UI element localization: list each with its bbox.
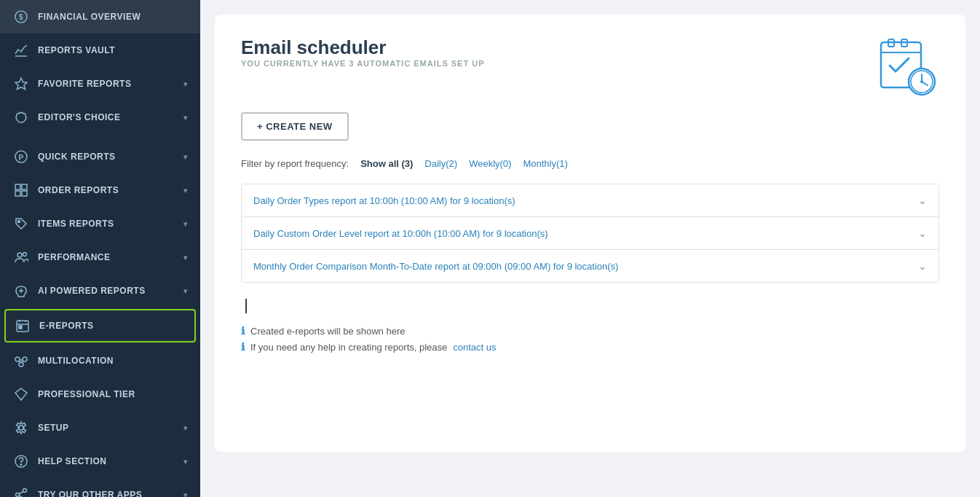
svg-rect-9 [22, 191, 27, 196]
svg-point-10 [18, 221, 20, 223]
sidebar-item-label: AI Powered Reports [38, 286, 146, 296]
filter-monthly[interactable]: Monthly(1) [523, 158, 567, 169]
filter-show-all[interactable]: Show all (3) [360, 158, 413, 169]
filter-row: Filter by report frequency: Show all (3)… [241, 158, 939, 169]
svg-point-30 [23, 489, 27, 493]
sidebar-item-try-other-apps[interactable]: Try Our Other Apps ▾ [0, 478, 200, 497]
chevron-down-icon: ⌄ [918, 195, 927, 206]
report-row[interactable]: Daily Order Types report at 10:00h (10:0… [242, 184, 938, 217]
sidebar-item-help-section[interactable]: Help Section ▾ [0, 445, 200, 478]
report-row-text: Daily Custom Order Level report at 10:00… [253, 228, 548, 239]
sidebar-item-financial-overview[interactable]: $ Financial Overview [0, 0, 200, 34]
chevron-down-icon: ⌄ [918, 227, 927, 239]
svg-point-43 [920, 80, 923, 83]
sidebar-item-reports-vault[interactable]: Reports Vault [0, 34, 200, 67]
svg-point-29 [20, 464, 22, 466]
svg-point-27 [19, 426, 23, 430]
sidebar-item-label: Favorite Reports [38, 79, 131, 89]
text-cursor [245, 299, 247, 313]
svg-point-12 [23, 253, 27, 257]
chevron-icon: ▾ [183, 424, 188, 432]
chevron-icon: ▾ [183, 287, 188, 295]
svg-rect-19 [19, 326, 22, 329]
svg-text:$: $ [19, 13, 23, 21]
share-icon [13, 487, 29, 497]
report-list: Daily Order Types report at 10:00h (10:0… [241, 184, 939, 283]
email-scheduler-icon [874, 36, 939, 102]
report-row[interactable]: Monthly Order Comparison Month-To-Date r… [242, 250, 938, 282]
sidebar-item-label: Multilocation [38, 356, 114, 366]
sidebar-item-performance[interactable]: Performance ▾ [0, 240, 200, 274]
main-content: Email scheduler YOU CURRENTLY HAVE 3 AUT… [200, 0, 980, 497]
sidebar-item-items-reports[interactable]: Items Reports ▾ [0, 207, 200, 240]
chevron-icon: ▾ [183, 458, 188, 466]
page-title: Email scheduler [241, 36, 485, 59]
sidebar-item-label: Help Section [38, 456, 106, 466]
dollar-icon: $ [13, 9, 29, 25]
gear-icon [13, 420, 29, 436]
sidebar-item-e-reports[interactable]: E-Reports [4, 309, 196, 343]
info-notes: ℹ Created e-reports will be shown here ℹ… [241, 325, 939, 353]
svg-marker-26 [15, 388, 27, 400]
info-icon: ℹ [241, 341, 245, 353]
cursor-area [241, 294, 939, 325]
svg-rect-6 [15, 184, 20, 189]
bull-icon [13, 109, 29, 125]
svg-point-32 [16, 493, 20, 497]
info-note-2: ℹ If you need any help in creating repor… [241, 341, 939, 353]
chevron-icon: ▾ [183, 114, 188, 122]
chevron-icon: ▾ [183, 187, 188, 195]
sidebar-item-professional-tier[interactable]: Professional Tier [0, 377, 200, 411]
info-icon: ℹ [241, 325, 245, 337]
chevron-icon: ▾ [183, 80, 188, 88]
tag-icon [13, 216, 29, 232]
svg-rect-8 [15, 191, 20, 196]
contact-us-link[interactable]: contact us [453, 342, 496, 353]
sidebar-item-favorite-reports[interactable]: Favorite Reports ▾ [0, 67, 200, 101]
sidebar-item-label: Setup [38, 423, 69, 433]
chevron-icon: ▾ [183, 491, 188, 498]
sidebar-item-label: Items Reports [38, 219, 114, 229]
report-row[interactable]: Daily Custom Order Level report at 10:00… [242, 217, 938, 250]
sidebar-item-label: Quick Reports [38, 152, 116, 162]
star-icon [13, 76, 29, 92]
sidebar-item-label: Professional Tier [38, 389, 135, 399]
sidebar-item-multilocation[interactable]: Multilocation [0, 344, 200, 377]
users-icon [13, 249, 29, 265]
question-icon [13, 453, 29, 469]
info-note-text-before: If you need any help in creating reports… [250, 342, 447, 353]
sidebar-item-label: E-Reports [39, 321, 94, 331]
sidebar-item-label: Financial Overview [38, 12, 141, 22]
chevron-icon: ▾ [183, 254, 188, 262]
svg-line-33 [19, 492, 23, 495]
create-new-button[interactable]: + CREATE NEW [241, 112, 349, 141]
sidebar-item-label: Order Reports [38, 185, 119, 195]
svg-point-11 [17, 253, 22, 257]
sidebar-item-order-reports[interactable]: Order Reports ▾ [0, 173, 200, 207]
subtitle: YOU CURRENTLY HAVE 3 AUTOMATIC EMAILS SE… [241, 59, 485, 68]
header-left: Email scheduler YOU CURRENTLY HAVE 3 AUT… [241, 36, 485, 85]
diamond-icon [13, 386, 29, 402]
report-row-text: Daily Order Types report at 10:00h (10:0… [253, 195, 515, 206]
sidebar-item-label: Reports Vault [38, 45, 115, 55]
filter-label: Filter by report frequency: [241, 158, 349, 169]
chevron-icon: ▾ [183, 153, 188, 161]
circle-p-icon: P [13, 149, 29, 165]
sidebar-item-quick-reports[interactable]: P Quick Reports ▾ [0, 140, 200, 173]
calendar-icon [15, 318, 31, 334]
sidebar-item-editors-choice[interactable]: Editor's Choice ▾ [0, 101, 200, 134]
sidebar-item-ai-powered-reports[interactable]: AI Powered Reports ▾ [0, 274, 200, 308]
report-row-text: Monthly Order Comparison Month-To-Date r… [253, 261, 618, 272]
filter-daily[interactable]: Daily(2) [424, 158, 457, 169]
sidebar-item-setup[interactable]: Setup ▾ [0, 411, 200, 445]
chevron-down-icon: ⌄ [918, 260, 927, 272]
sidebar-item-label: Performance [38, 252, 111, 262]
filter-weekly[interactable]: Weekly(0) [469, 158, 511, 169]
svg-text:P: P [18, 154, 23, 162]
grid-icon [13, 182, 29, 198]
info-note-text: Created e-reports will be shown here [250, 326, 405, 337]
svg-rect-7 [22, 184, 27, 189]
sidebar-item-label: Try Our Other Apps [38, 490, 142, 497]
info-note-1: ℹ Created e-reports will be shown here [241, 325, 939, 337]
header-icon-area [874, 36, 939, 105]
